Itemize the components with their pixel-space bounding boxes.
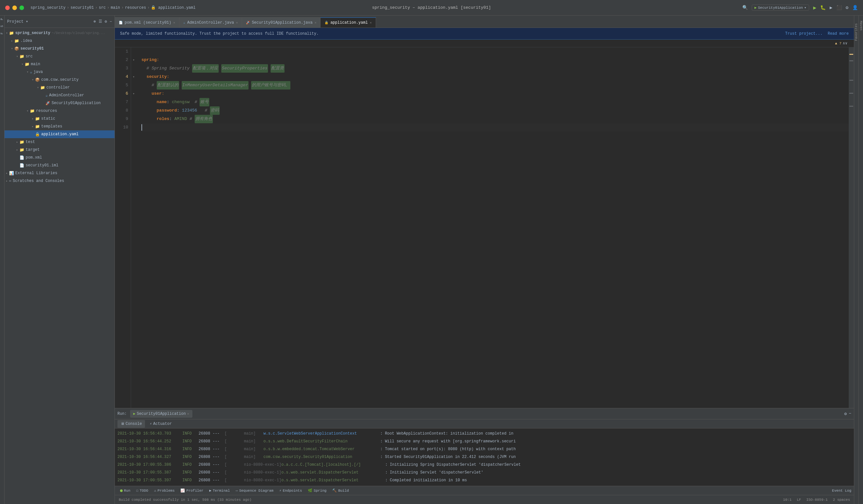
- tree-item-resources[interactable]: ▾ 📁 resources: [4, 107, 114, 115]
- close-tab-security01[interactable]: ✕: [314, 21, 316, 25]
- bottom-tool-endpoints[interactable]: ⚡ Endpoints: [277, 487, 305, 494]
- run-with-coverage-button[interactable]: ▶: [829, 5, 832, 10]
- sidebar-title: Project ▾: [7, 19, 91, 24]
- bottom-tool-profiler[interactable]: 📈 Profiler: [178, 487, 206, 494]
- tree-item-src[interactable]: ▾ 📁 src: [4, 52, 114, 60]
- code-line-1: [141, 47, 849, 56]
- run-tab-security01[interactable]: ▶ Security01Application ✕: [130, 410, 192, 418]
- favorites-label[interactable]: Favorites: [854, 23, 858, 41]
- bottom-tool-sequence[interactable]: ↔ Sequence Diagram: [233, 487, 276, 494]
- tree-item-external-libs[interactable]: ▸ 📊 External Libraries: [4, 169, 114, 177]
- tree-item-target[interactable]: ▸ 📁 target: [4, 146, 114, 154]
- tree-item-templates[interactable]: ▸ 📁 templates: [4, 123, 114, 130]
- log-line-4: 2021-10-30 16:56:44.327 INFO 26808 --- […: [117, 453, 851, 461]
- collapse-all-icon[interactable]: ☰: [99, 19, 102, 24]
- line-ending[interactable]: LF: [797, 498, 801, 502]
- title-bar: spring_security › security01 › src › mai…: [0, 0, 863, 15]
- code-line-7: name: chengsw # 账号: [141, 98, 849, 106]
- collapse-warnings[interactable]: ∧: [843, 41, 845, 46]
- bottom-tool-run[interactable]: Run: [117, 487, 133, 494]
- sidebar: Project ▾ ⊕ ☰ ⚙ − ▾ 📁 spring_security ~/…: [4, 15, 115, 504]
- close-run-tab[interactable]: ✕: [187, 412, 189, 416]
- tab-bar: 📄 pom.xml (security01) ✕ ☕ AdminControll…: [115, 15, 854, 28]
- code-line-9: roles: AMIND # 拥有角色: [141, 115, 849, 123]
- editor-container: 1 2 3 4 5 6 7 8 9 10 ▾ ▾ ▾: [115, 47, 854, 408]
- fold-gutter: ▾ ▾ ▾: [131, 47, 136, 408]
- trust-project-link[interactable]: Trust project...: [785, 32, 823, 36]
- tree-item-test[interactable]: ▸ 📁 test: [4, 138, 114, 146]
- tab-application-yaml[interactable]: 🔒 application.yaml ✕: [321, 17, 376, 28]
- stop-button[interactable]: ⬛: [836, 5, 842, 10]
- warning-count[interactable]: ▲ 7: [835, 41, 841, 46]
- tree-item-main[interactable]: ▾ 📁 main: [4, 60, 114, 68]
- log-line-1: 2021-10-30 16:56:43.703 INFO 26808 --- […: [117, 430, 851, 438]
- tree-item-package[interactable]: ▾ 📦 com.csw.security: [4, 76, 114, 84]
- bottom-tool-build[interactable]: 🔨 Build: [330, 487, 351, 494]
- fold-6[interactable]: ▾: [131, 89, 136, 98]
- structure-icon[interactable]: S: [0, 25, 4, 27]
- tree-item-admin-controller[interactable]: ▸ ☕ AdminController: [4, 91, 114, 99]
- run-config-dropdown[interactable]: ▶ Security01Application ▾: [752, 4, 810, 11]
- settings-tree-icon[interactable]: ⚙: [105, 19, 107, 24]
- tab-admin-controller[interactable]: ☕ AdminController.java ✕: [179, 17, 242, 28]
- maximize-button[interactable]: [20, 5, 24, 10]
- tree-item-java[interactable]: ▾ ☕ java: [4, 68, 114, 76]
- tree-item-spring-security[interactable]: ▾ 📁 spring_security ~/Desktop/cloud/spri…: [4, 29, 114, 37]
- expand-warnings[interactable]: ∨: [845, 41, 848, 46]
- safe-mode-banner: Safe mode, limited functionality. Trust …: [115, 28, 854, 40]
- tab-console[interactable]: 🖥 Console: [117, 420, 145, 428]
- bottom-tool-terminal[interactable]: ▶ Terminal: [207, 487, 232, 494]
- minimize-button[interactable]: [12, 5, 17, 10]
- close-sidebar-icon[interactable]: −: [110, 20, 112, 24]
- read-more-link[interactable]: Read more: [828, 32, 849, 36]
- search-icon[interactable]: 🔍: [742, 5, 748, 10]
- tree-item-scratches[interactable]: ▸ ✂ Scratches and Consoles: [4, 177, 114, 185]
- breadcrumb: spring_security › security01 › src › mai…: [30, 5, 196, 10]
- file-encoding[interactable]: ISO-8859-1: [806, 498, 828, 502]
- settings-icon[interactable]: ⚙: [846, 5, 848, 10]
- tree-item-application-yaml[interactable]: ▸ 🔒 application.yaml: [4, 130, 114, 138]
- maven-strip: Maven: [859, 15, 863, 504]
- indent-settings[interactable]: 2 spaces: [833, 498, 850, 502]
- tab-security01-app[interactable]: 🚀 Security01Application.java ✕: [242, 17, 321, 28]
- fold-4[interactable]: ▾: [131, 73, 136, 81]
- close-tab-admin[interactable]: ✕: [236, 21, 238, 25]
- tree-item-iml[interactable]: ▸ 📄 security01.iml: [4, 162, 114, 169]
- close-tab-yaml[interactable]: ✕: [370, 21, 372, 25]
- bottom-tools: Run ☐ TODO ⚠ Problems 📈 Profiler ▶ Termi…: [115, 486, 854, 495]
- close-button[interactable]: [5, 5, 10, 10]
- bottom-tool-todo[interactable]: ☐ TODO: [134, 487, 151, 494]
- tab-actuator[interactable]: ⚡ Actuator: [146, 420, 175, 428]
- fold-2[interactable]: ▾: [131, 56, 136, 64]
- tree-item-security01[interactable]: ▾ 📦 security01: [4, 45, 114, 52]
- bottom-tool-spring[interactable]: 🌿 Spring: [305, 487, 329, 494]
- log-line-7: 2021-10-30 17:00:55.397 INFO 26808 --- […: [117, 476, 851, 484]
- tree-item-static[interactable]: ▸ 📁 static: [4, 115, 114, 123]
- favorites-icon[interactable]: F: [0, 33, 4, 34]
- maven-label[interactable]: Maven: [859, 21, 863, 30]
- run-panel-close-icon[interactable]: −: [849, 411, 851, 416]
- close-tab-pom[interactable]: ✕: [173, 21, 175, 25]
- cursor-position[interactable]: 10:1: [783, 498, 792, 502]
- safe-mode-message: Safe mode, limited functionality. Trust …: [120, 32, 785, 36]
- run-panel-settings-icon[interactable]: ⚙: [844, 411, 847, 416]
- project-icon[interactable]: P: [0, 18, 4, 20]
- code-line-10: [141, 123, 849, 132]
- line-numbers: 1 2 3 4 5 6 7 8 9 10: [115, 47, 131, 408]
- code-line-6: user:: [141, 89, 849, 98]
- tree-item-security01-app[interactable]: ▸ 🚀 Security01Application: [4, 99, 114, 107]
- user-icon[interactable]: 👤: [852, 5, 858, 10]
- editor-code[interactable]: spring: # Spring Security 配置项，对应 Securit…: [136, 47, 849, 408]
- tree-item-pom-xml[interactable]: ▸ 📄 pom.xml: [4, 154, 114, 162]
- tree-item-controller[interactable]: ▾ 📁 controller: [4, 84, 114, 91]
- event-log-link[interactable]: Event Log: [832, 489, 851, 493]
- bottom-tool-problems[interactable]: ⚠ Problems: [151, 487, 177, 494]
- debug-button[interactable]: 🐛: [820, 5, 826, 10]
- run-button[interactable]: ▶: [813, 4, 816, 11]
- warning-bar: ▲ 7 ∧ ∨: [115, 40, 854, 47]
- status-right: 10:1 LF ISO-8859-1 2 spaces: [783, 498, 850, 502]
- add-icon[interactable]: ⊕: [93, 19, 96, 24]
- status-message: Build completed successfully in 1 sec, 5…: [119, 498, 783, 502]
- tab-pom[interactable]: 📄 pom.xml (security01) ✕: [115, 17, 179, 28]
- tree-item-idea[interactable]: ▸ 📁 .idea: [4, 37, 114, 45]
